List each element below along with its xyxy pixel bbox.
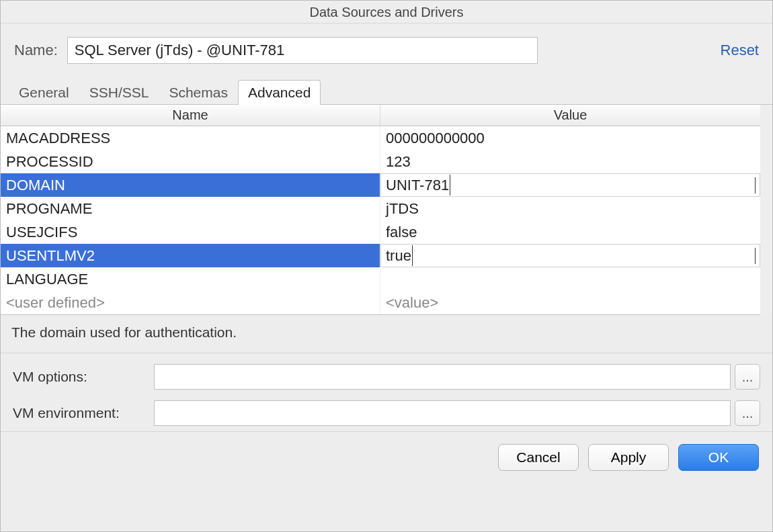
properties-grid: Name Value MACADDRESS 000000000000 PROCE… bbox=[1, 105, 760, 315]
property-name[interactable]: DOMAIN bbox=[1, 173, 380, 197]
property-name[interactable]: PROGNAME bbox=[1, 197, 380, 220]
property-value[interactable] bbox=[380, 267, 760, 291]
property-name[interactable]: MACADDRESS bbox=[1, 126, 380, 150]
table-row[interactable]: PROCESSID 123 bbox=[1, 150, 760, 173]
table-row[interactable]: DOMAIN UNIT-781 bbox=[1, 173, 760, 197]
property-value-editor[interactable]: true bbox=[380, 244, 760, 267]
vm-environment-ellipsis-button[interactable]: ... bbox=[735, 400, 760, 426]
cancel-button[interactable]: Cancel bbox=[498, 444, 579, 471]
column-header-value[interactable]: Value bbox=[380, 105, 760, 126]
property-name[interactable]: LANGUAGE bbox=[1, 267, 380, 291]
property-value[interactable]: 000000000000 bbox=[380, 126, 760, 150]
tab-ssh-ssl[interactable]: SSH/SSL bbox=[79, 80, 159, 105]
column-header-name[interactable]: Name bbox=[1, 105, 380, 126]
tab-bar: General SSH/SSL Schemas Advanced bbox=[1, 68, 772, 104]
grid-header: Name Value bbox=[1, 105, 760, 126]
tab-general[interactable]: General bbox=[9, 80, 79, 105]
name-row: Name: Reset bbox=[1, 24, 772, 68]
vm-options-area: VM options: ... VM environment: ... bbox=[1, 353, 772, 432]
table-row[interactable]: USEJCIFS false bbox=[1, 220, 760, 244]
reset-link[interactable]: Reset bbox=[721, 42, 759, 59]
property-value[interactable]: 123 bbox=[380, 150, 760, 173]
table-row[interactable]: USENTLMV2 true bbox=[1, 244, 760, 267]
name-input[interactable] bbox=[67, 37, 538, 64]
table-row[interactable]: LANGUAGE bbox=[1, 267, 760, 291]
property-value[interactable]: false bbox=[380, 220, 760, 244]
property-name[interactable]: USEJCIFS bbox=[1, 220, 380, 244]
dialog-window: Data Sources and Drivers Name: Reset Gen… bbox=[0, 0, 773, 532]
property-name[interactable]: PROCESSID bbox=[1, 150, 380, 173]
property-value-editor[interactable]: UNIT-781 bbox=[380, 173, 760, 197]
vm-options-input[interactable] bbox=[154, 364, 731, 390]
user-defined-name-placeholder[interactable]: <user defined> bbox=[1, 291, 380, 314]
table-row[interactable]: PROGNAME jTDS bbox=[1, 197, 760, 220]
properties-grid-wrap: Name Value MACADDRESS 000000000000 PROCE… bbox=[1, 105, 772, 315]
vm-options-ellipsis-button[interactable]: ... bbox=[735, 364, 760, 390]
help-text: The domain used for authentication. bbox=[1, 315, 772, 353]
vm-environment-input[interactable] bbox=[154, 400, 731, 426]
grid-body: MACADDRESS 000000000000 PROCESSID 123 DO… bbox=[1, 126, 760, 314]
window-title: Data Sources and Drivers bbox=[1, 1, 772, 24]
dialog-button-bar: Cancel Apply OK bbox=[1, 432, 772, 531]
tab-advanced[interactable]: Advanced bbox=[238, 80, 321, 105]
property-value[interactable]: jTDS bbox=[380, 197, 760, 220]
vm-options-label: VM options: bbox=[13, 369, 154, 385]
table-row[interactable]: MACADDRESS 000000000000 bbox=[1, 126, 760, 150]
tab-schemas[interactable]: Schemas bbox=[159, 80, 238, 105]
ok-button[interactable]: OK bbox=[678, 444, 759, 471]
vm-environment-label: VM environment: bbox=[13, 405, 154, 421]
property-name[interactable]: USENTLMV2 bbox=[1, 244, 380, 267]
apply-button[interactable]: Apply bbox=[588, 444, 669, 471]
name-label: Name: bbox=[14, 42, 58, 59]
table-row-user-defined[interactable]: <user defined> <value> bbox=[1, 291, 760, 314]
user-defined-value-placeholder[interactable]: <value> bbox=[380, 291, 760, 314]
grid-scroll-gutter bbox=[760, 105, 772, 315]
